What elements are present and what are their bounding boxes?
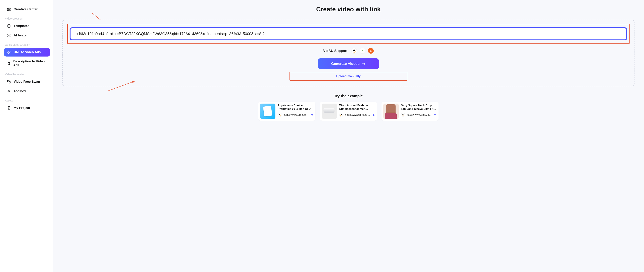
- sidebar-item-my-project[interactable]: My Project: [4, 104, 50, 112]
- example-body: Wrap Around Fashion Sunglasses for Men W…: [339, 104, 375, 117]
- sidebar-item-label: AI Avatar: [14, 34, 28, 37]
- sidebar-item-label: Templates: [14, 24, 30, 28]
- sidebar-item-label: URL to Video Ads: [14, 50, 41, 54]
- grid-icon: [7, 7, 11, 11]
- amazon-icon: [351, 48, 357, 54]
- example-url: https://www.amazo…: [406, 113, 432, 116]
- sidebar-item-description-to-video[interactable]: Description to Video Ads: [4, 57, 50, 69]
- annotation-highlight-upload: Upload manually: [290, 72, 407, 81]
- example-url: https://www.amazo…: [345, 113, 370, 116]
- example-card[interactable]: Wrap Around Fashion Sunglasses for Men W…: [320, 102, 377, 121]
- example-card[interactable]: Physician's Choice Probiotics 60 Billion…: [258, 102, 315, 121]
- upload-manually-link[interactable]: Upload manually: [336, 75, 360, 78]
- svg-point-6: [8, 35, 9, 35]
- sidebar-item-url-to-video[interactable]: URL to Video Ads: [4, 48, 50, 57]
- open-link-icon[interactable]: [434, 113, 436, 116]
- sidebar-section-label: Video Recreation: [4, 70, 50, 77]
- open-link-icon[interactable]: [310, 113, 314, 116]
- sidebar-section-label: Quick Video Creation: [4, 41, 50, 48]
- etsy-icon: [368, 48, 374, 54]
- svg-rect-0: [8, 8, 9, 9]
- example-body: Physician's Choice Probiotics 60 Billion…: [278, 104, 314, 117]
- example-title: Sexy Square Neck Crop Top Long Sleeve Sl…: [401, 104, 436, 111]
- sidebar-item-label: Video Face Swap: [14, 80, 40, 84]
- amazon-icon: [401, 113, 405, 117]
- document-icon: [7, 106, 11, 110]
- svg-point-9: [8, 91, 10, 92]
- sidebar-item-face-swap[interactable]: Video Face Swap: [4, 77, 50, 86]
- example-thumbnail: [260, 104, 276, 119]
- templates-icon: [7, 24, 11, 28]
- generate-button-label: Generate Videos: [331, 62, 360, 66]
- example-title: Wrap Around Fashion Sunglasses for Men W…: [339, 104, 375, 111]
- open-link-icon[interactable]: [372, 113, 375, 116]
- svg-marker-5: [8, 26, 10, 26]
- example-title: Physician's Choice Probiotics 60 Billion…: [278, 104, 314, 111]
- generate-button[interactable]: Generate Videos: [318, 58, 379, 69]
- sidebar-item-ai-avatar[interactable]: AI Avatar: [4, 31, 50, 40]
- support-row: VidAU Support:: [67, 48, 630, 54]
- svg-rect-3: [9, 10, 10, 11]
- sidebar-section-label: Video Creation: [4, 14, 50, 22]
- amazon-icon: [339, 113, 344, 117]
- arrow-right-icon: [362, 62, 366, 65]
- link-icon: [7, 50, 11, 54]
- sidebar-item-label: Description to Video Ads: [13, 60, 47, 67]
- annotation-highlight-input: [67, 24, 630, 44]
- shopify-icon: [360, 48, 365, 54]
- examples-row: Physician's Choice Probiotics 60 Billion…: [62, 102, 634, 121]
- svg-rect-2: [8, 10, 9, 11]
- svg-rect-8: [9, 81, 10, 83]
- face-swap-icon: [7, 80, 11, 84]
- url-panel: VidAU Support: Generate Videos Upload ma…: [62, 20, 634, 86]
- sidebar-section-label: Assets: [4, 96, 50, 104]
- sidebar: Creative Center Video Creation Templates…: [0, 0, 53, 272]
- amazon-icon: [278, 113, 282, 117]
- sidebar-item-label: Creative Center: [14, 7, 38, 11]
- main-content: Create video with link VidAU Support: Ge…: [53, 0, 644, 272]
- example-thumbnail: [322, 104, 337, 119]
- sidebar-item-templates[interactable]: Templates: [4, 22, 50, 30]
- url-input[interactable]: [70, 27, 627, 40]
- support-label: VidAU Support:: [323, 49, 348, 53]
- sidebar-item-label: Toolbox: [14, 89, 26, 93]
- example-thumbnail: [384, 104, 398, 119]
- page-title: Create video with link: [62, 6, 634, 13]
- example-url: https://www.amazo…: [284, 113, 309, 116]
- example-card[interactable]: Sexy Square Neck Crop Top Long Sleeve Sl…: [382, 102, 438, 121]
- svg-rect-7: [8, 80, 9, 82]
- avatar-scan-icon: [7, 33, 11, 38]
- sidebar-item-creative-center[interactable]: Creative Center: [4, 5, 50, 14]
- svg-rect-1: [9, 8, 10, 9]
- sidebar-item-toolbox[interactable]: Toolbox: [4, 87, 50, 96]
- bag-icon: [7, 61, 11, 65]
- example-body: Sexy Square Neck Crop Top Long Sleeve Sl…: [401, 104, 436, 117]
- sidebar-item-label: My Project: [14, 106, 30, 110]
- examples-title: Try the example: [62, 94, 634, 98]
- lightbulb-icon: [7, 89, 11, 93]
